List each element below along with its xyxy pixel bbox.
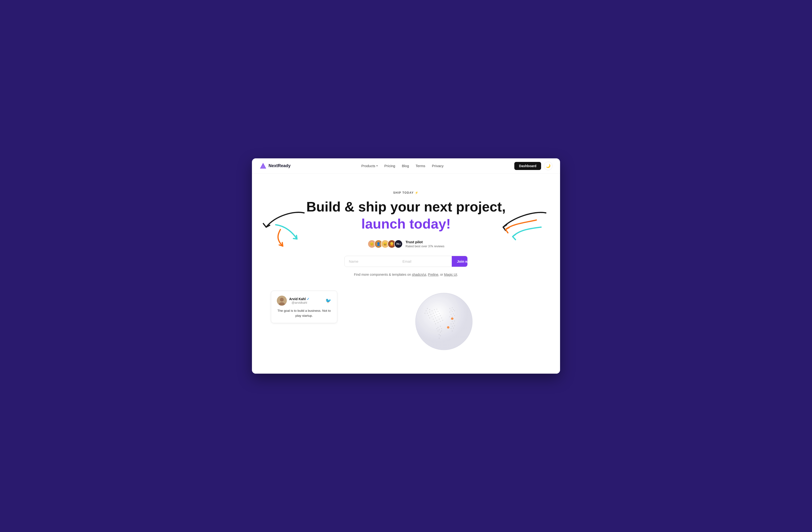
globe-container	[347, 291, 541, 352]
dashboard-button[interactable]: Dashboard	[514, 162, 541, 170]
preline-link[interactable]: Preline	[428, 273, 438, 276]
logo-text: NextReady	[269, 163, 291, 168]
trust-sub: Rated best over 37k reviews	[406, 244, 445, 248]
svg-point-56	[451, 314, 451, 315]
trust-text: Trust pilot Rated best over 37k reviews	[406, 240, 445, 248]
avatars-group: 😊 👤 😄 👱 7K+	[367, 240, 403, 248]
svg-point-69	[451, 328, 451, 329]
page-wrapper: NextReady Products ▾ Pricing Blog Terms …	[252, 158, 560, 374]
svg-point-17	[437, 314, 437, 315]
trust-label: Trust pilot	[406, 240, 445, 244]
svg-point-49	[450, 308, 450, 309]
svg-point-3	[280, 298, 284, 302]
svg-point-34	[443, 320, 443, 321]
nav-item-pricing[interactable]: Pricing	[385, 164, 395, 168]
svg-point-38	[438, 327, 438, 328]
svg-point-13	[435, 312, 436, 313]
svg-point-59	[452, 316, 453, 317]
tweet-text: The goal is to build a business. Not to …	[277, 308, 331, 318]
chevron-down-icon: ▾	[376, 164, 378, 167]
twitter-icon: 🐦	[325, 298, 331, 303]
tweet-name: Arvid Kahl ✓	[289, 297, 309, 301]
svg-point-28	[430, 318, 430, 318]
tweet-user: Arvid Kahl ✓ @arvidkahl	[277, 296, 309, 306]
ship-badge: SHIP TODAY ⚡	[393, 191, 419, 195]
svg-point-35	[440, 321, 441, 322]
svg-point-20	[435, 318, 436, 318]
svg-point-73	[447, 326, 449, 329]
svg-point-58	[450, 316, 450, 317]
svg-point-18	[439, 313, 440, 314]
shadcn-link[interactable]: shadcn/ui	[412, 273, 426, 276]
svg-point-72	[451, 317, 453, 320]
email-input[interactable]	[398, 256, 452, 267]
svg-point-50	[452, 307, 453, 308]
svg-point-30	[427, 308, 428, 309]
name-input[interactable]	[345, 256, 398, 267]
svg-point-66	[453, 323, 454, 324]
svg-point-36	[438, 322, 438, 323]
svg-point-8	[432, 311, 433, 311]
hero-title-line2: launch today!	[261, 216, 551, 231]
tweet-handle: @arvidkahl	[289, 301, 309, 304]
nav-item-privacy[interactable]: Privacy	[432, 164, 444, 168]
components-line: Find more components & templates on shad…	[261, 273, 551, 276]
svg-point-71	[452, 331, 453, 331]
avatar-count: 7K+	[394, 240, 403, 248]
svg-point-42	[440, 332, 441, 333]
svg-point-32	[425, 313, 425, 314]
svg-point-47	[439, 338, 440, 339]
nav-item-terms[interactable]: Terms	[416, 164, 425, 168]
svg-point-22	[440, 315, 441, 316]
svg-point-24	[437, 320, 437, 321]
tweet-avatar	[277, 296, 287, 306]
svg-point-12	[433, 313, 434, 314]
svg-point-33	[441, 318, 442, 318]
svg-point-70	[453, 328, 454, 329]
nav-links: Products ▾ Pricing Blog Terms Privacy	[361, 164, 444, 168]
navbar: NextReady Products ▾ Pricing Blog Terms …	[252, 158, 560, 174]
svg-point-10	[437, 309, 437, 310]
svg-point-40	[439, 330, 440, 330]
svg-point-46	[440, 335, 441, 336]
svg-point-45	[441, 331, 442, 331]
tweet-card: Arvid Kahl ✓ @arvidkahl 🐦 The goal is to…	[271, 291, 337, 323]
svg-point-15	[432, 316, 433, 317]
svg-point-54	[452, 311, 453, 312]
theme-toggle-button[interactable]: 🌙	[544, 162, 552, 170]
svg-point-67	[452, 326, 453, 327]
svg-point-11	[431, 314, 431, 315]
lower-section: Arvid Kahl ✓ @arvidkahl 🐦 The goal is to…	[261, 291, 551, 362]
svg-point-14	[438, 311, 438, 312]
svg-point-44	[438, 331, 438, 331]
verified-icon: ✓	[307, 297, 309, 301]
svg-point-21	[438, 316, 438, 317]
svg-point-25	[439, 319, 440, 320]
nav-logo[interactable]: NextReady	[260, 162, 291, 170]
svg-point-68	[454, 326, 455, 326]
globe-svg	[413, 291, 475, 352]
svg-point-16	[434, 315, 435, 316]
svg-point-63	[452, 321, 453, 322]
svg-point-7	[430, 312, 430, 313]
svg-point-48	[437, 328, 437, 329]
svg-point-51	[451, 310, 451, 311]
svg-point-27	[428, 315, 429, 316]
svg-point-19	[433, 319, 434, 320]
nav-item-products[interactable]: Products ▾	[361, 164, 378, 168]
nav-item-blog[interactable]: Blog	[402, 164, 409, 168]
svg-point-37	[435, 323, 436, 324]
svg-point-52	[453, 310, 454, 310]
svg-point-55	[454, 311, 455, 311]
magicui-link[interactable]: Magic UI	[444, 273, 457, 276]
join-waitlist-button[interactable]: Join waitlist	[452, 256, 468, 267]
svg-point-31	[426, 311, 426, 311]
logo-icon	[260, 162, 267, 170]
svg-point-39	[440, 326, 441, 327]
tweet-header: Arvid Kahl ✓ @arvidkahl 🐦	[277, 296, 331, 306]
badge-icon: ⚡	[415, 191, 419, 195]
svg-point-41	[441, 328, 442, 329]
svg-point-9	[434, 310, 435, 310]
svg-point-64	[454, 321, 455, 321]
svg-point-43	[439, 334, 440, 335]
